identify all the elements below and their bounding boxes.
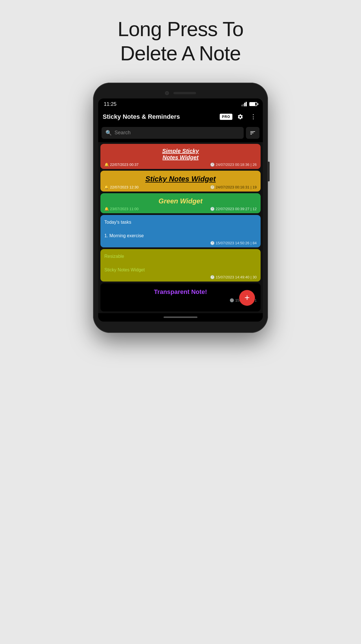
note-footer-yellow: 🔔 22/07/2023 12:30 🕐 24/07/2023 00:16:31… — [104, 185, 257, 189]
status-bar: 11:25 — [98, 98, 263, 109]
signal-icon — [241, 102, 247, 106]
power-button — [268, 162, 270, 181]
svg-rect-1 — [243, 104, 244, 106]
note-alarm-yellow: 🔔 22/07/2023 12:30 — [104, 185, 138, 189]
app-bar: Sticky Notes & Reminders PRO ⋮ — [98, 109, 263, 125]
svg-rect-2 — [244, 103, 245, 106]
note-footer-olive: 🕐 15/07/2023 14:49:40 | 30 — [104, 275, 257, 279]
note-title-green: Green Widget — [104, 197, 257, 205]
note-footer-green: 🔔 23/07/2023 11:00 🕐 22/07/2023 00:39:27… — [104, 207, 257, 211]
note-timestamp-green: 🕐 22/07/2023 00:39:27 | 12 — [210, 207, 257, 211]
add-note-fab[interactable]: + — [239, 290, 255, 306]
phone-mockup: 11:25 Sticky Notes & Reminders PRO — [93, 83, 268, 333]
note-timestamp-yellow: 🕐 24/07/2023 00:16:31 | 19 — [210, 185, 257, 189]
home-indicator — [98, 313, 263, 322]
note-title-red: Simple StickyNotes Widget — [104, 148, 257, 161]
headline-line1: Long Press To — [118, 18, 243, 40]
note-card-yellow[interactable]: Sticky Notes Widget 🔔 22/07/2023 12:30 🕐… — [100, 171, 261, 192]
note-alarm-green: 🔔 23/07/2023 11:00 — [104, 207, 138, 211]
note-card-red[interactable]: Simple StickyNotes Widget 🔔 22/07/2023 0… — [100, 144, 261, 169]
sort-icon — [250, 130, 256, 136]
notes-list: Simple StickyNotes Widget 🔔 22/07/2023 0… — [98, 142, 263, 313]
headline-line2: Delete A Note — [120, 42, 241, 65]
note-footer-black: 🕐 15/07/2023 1 — [104, 298, 257, 302]
note-footer-blue: 🕐 15/07/2023 14:50:26 | 84 — [104, 241, 257, 245]
search-bar: 🔍 Search — [98, 125, 263, 142]
svg-rect-3 — [246, 102, 247, 106]
note-timestamp-olive: 🕐 15/07/2023 14:49:40 | 30 — [210, 275, 257, 279]
add-icon: + — [245, 293, 250, 303]
sort-button[interactable] — [246, 127, 259, 139]
search-input[interactable]: 🔍 Search — [102, 127, 244, 139]
note-body-blue: Today's tasks 1. Morning exercise — [104, 219, 257, 239]
note-footer-red: 🔔 22/07/2023 00:37 🕐 24/07/2023 00:18:36… — [104, 162, 257, 167]
earpiece — [173, 92, 196, 94]
home-bar — [164, 316, 197, 318]
note-card-green[interactable]: Green Widget 🔔 23/07/2023 11:00 🕐 22/07/… — [100, 193, 261, 213]
note-timestamp-red: 🕐 24/07/2023 00:18:36 | 26 — [210, 162, 257, 167]
status-time: 11:25 — [104, 101, 116, 107]
front-camera — [165, 91, 169, 95]
more-options-button[interactable]: ⋮ — [248, 112, 258, 122]
pro-badge: PRO — [220, 114, 232, 120]
note-card-olive[interactable]: Resizable Sticky Notes Widget 🕐 15/07/20… — [100, 249, 261, 282]
search-placeholder: Search — [115, 130, 131, 136]
top-bezel — [98, 91, 263, 95]
headline: Long Press To Delete A Note — [118, 17, 243, 83]
gear-icon — [237, 114, 243, 120]
more-vert-icon: ⋮ — [250, 113, 256, 120]
phone-screen: 11:25 Sticky Notes & Reminders PRO — [98, 98, 263, 322]
note-card-blue[interactable]: Today's tasks 1. Morning exercise 🕐 15/0… — [100, 215, 261, 247]
note-timestamp-blue: 🕐 15/07/2023 14:50:26 | 84 — [210, 241, 257, 245]
note-alarm-red: 🔔 22/07/2023 00:37 — [104, 162, 138, 167]
note-title-yellow: Sticky Notes Widget — [104, 175, 257, 183]
app-title: Sticky Notes & Reminders — [103, 113, 217, 120]
search-icon: 🔍 — [105, 130, 112, 136]
note-card-black[interactable]: Transparent Note! 🕐 15/07/2023 1 + — [100, 283, 261, 311]
svg-rect-0 — [241, 105, 243, 106]
note-title-black: Transparent Note! — [104, 287, 257, 296]
battery-icon — [249, 102, 257, 106]
settings-button[interactable] — [235, 112, 245, 122]
note-body-olive: Resizable Sticky Notes Widget — [104, 253, 257, 273]
status-icons — [241, 102, 257, 106]
